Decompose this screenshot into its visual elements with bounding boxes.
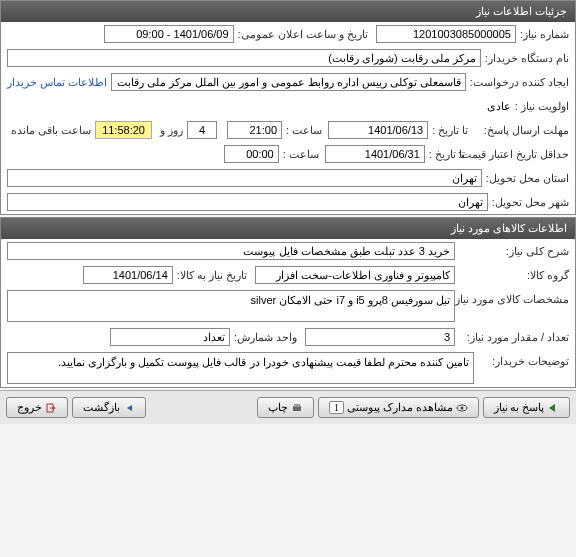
print-button[interactable]: چاپ <box>257 397 314 418</box>
unit-input[interactable] <box>110 328 230 346</box>
unit-label: واحد شمارش: <box>234 331 297 344</box>
svg-rect-3 <box>294 404 300 407</box>
exit-button[interactable]: خروج <box>6 397 68 418</box>
announce-input[interactable] <box>104 25 234 43</box>
svg-point-1 <box>460 406 463 409</box>
need-number-input[interactable] <box>376 25 516 43</box>
printer-icon <box>291 402 303 414</box>
goods-group-label: گروه کالا: <box>459 269 569 282</box>
attachments-count-badge: 1 <box>329 401 344 414</box>
need-number-label: شماره نیاز: <box>520 28 569 41</box>
deadline-date-input[interactable] <box>328 121 428 139</box>
reply-label: پاسخ به نیاز <box>494 401 545 414</box>
specs-textarea[interactable] <box>7 290 455 322</box>
countdown-timer: 11:58:20 <box>95 121 152 139</box>
to-date-label: تا تاریخ : <box>432 124 468 137</box>
panel2-header: اطلاعات کالاهای مورد نیاز <box>1 218 575 239</box>
attachments-label: مشاهده مدارک پیوستی <box>347 401 453 414</box>
need-date-label: تاریخ نیاز به کالا: <box>177 269 247 282</box>
delivery-city-input[interactable] <box>7 193 488 211</box>
delivery-province-label: استان محل تحویل: <box>486 172 569 185</box>
exit-icon <box>45 402 57 414</box>
buyer-notes-label: توضیحات خریدار: <box>478 352 569 368</box>
buyer-org-input[interactable] <box>7 49 481 67</box>
goods-info-panel: اطلاعات کالاهای مورد نیاز شرح کلی نیاز: … <box>0 217 576 388</box>
footer-toolbar: پاسخ به نیاز مشاهده مدارک پیوستی 1 چاپ ب… <box>0 390 576 424</box>
qty-input[interactable] <box>305 328 455 346</box>
deadline-time-input[interactable] <box>227 121 282 139</box>
creator-label: ایجاد کننده درخواست: <box>470 76 569 89</box>
remaining-label: ساعت باقی مانده <box>11 124 91 137</box>
price-date-input[interactable] <box>325 145 425 163</box>
days-label: روز و <box>160 124 183 137</box>
exit-label: خروج <box>17 401 42 414</box>
days-count <box>187 121 217 139</box>
print-label: چاپ <box>268 401 288 414</box>
need-date-input[interactable] <box>83 266 173 284</box>
goods-group-input[interactable] <box>255 266 455 284</box>
creator-input[interactable] <box>111 73 466 91</box>
deadline-label: مهلت ارسال پاسخ: <box>472 124 569 137</box>
delivery-province-input[interactable] <box>7 169 482 187</box>
buyer-notes-textarea[interactable] <box>7 352 474 384</box>
arrow-icon <box>547 402 559 414</box>
contact-link[interactable]: اطلاعات تماس خریدار <box>7 76 107 89</box>
buyer-org-label: نام دستگاه خریدار: <box>485 52 569 65</box>
general-desc-input[interactable] <box>7 242 455 260</box>
announce-label: تاریخ و ساعت اعلان عمومی: <box>238 28 368 41</box>
back-arrow-icon <box>123 402 135 414</box>
delivery-city-label: شهر محل تحویل: <box>492 196 569 209</box>
price-time-input[interactable] <box>224 145 279 163</box>
time-label2: ساعت : <box>283 148 319 161</box>
panel1-header: جزئیات اطلاعات نیاز <box>1 1 575 22</box>
qty-label: تعداد / مقدار مورد نیاز: <box>459 331 569 344</box>
priority-value: عادی <box>487 100 511 113</box>
need-details-panel: جزئیات اطلاعات نیاز شماره نیاز: تاریخ و … <box>0 0 576 215</box>
time-label1: ساعت : <box>286 124 322 137</box>
eye-icon <box>456 402 468 414</box>
attachments-button[interactable]: مشاهده مدارک پیوستی 1 <box>318 397 479 418</box>
reply-button[interactable]: پاسخ به نیاز <box>483 397 571 418</box>
to-date-label2: تا تاریخ : <box>429 148 465 161</box>
general-desc-label: شرح کلی نیاز: <box>459 245 569 258</box>
price-validity-label: حداقل تاریخ اعتبار قیمت: <box>469 148 569 161</box>
back-label: بازگشت <box>83 401 120 414</box>
priority-label: اولویت نیاز : <box>515 100 569 113</box>
specs-label: مشخصات کالای مورد نیاز: <box>459 290 569 306</box>
back-button[interactable]: بازگشت <box>72 397 146 418</box>
